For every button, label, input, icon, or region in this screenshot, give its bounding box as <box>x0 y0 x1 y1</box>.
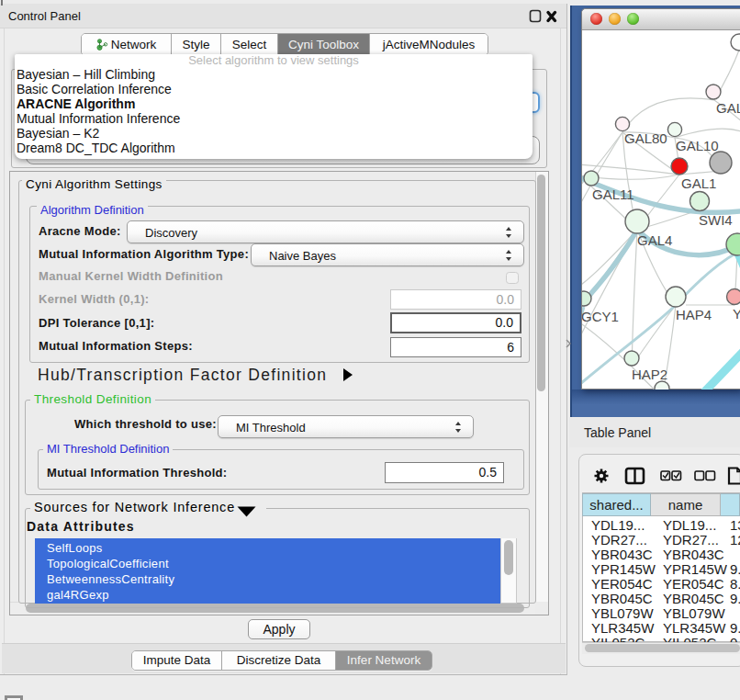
svg-text:GAL: GAL <box>716 100 740 116</box>
svg-text:GAL1: GAL1 <box>681 175 716 191</box>
svg-text:GCY1: GCY1 <box>582 309 619 324</box>
svg-text:Y: Y <box>733 306 740 322</box>
svg-text:GAL11: GAL11 <box>592 186 634 202</box>
svg-text:HAP4: HAP4 <box>676 307 712 322</box>
svg-text:HAP2: HAP2 <box>632 367 667 382</box>
svg-text:GAL10: GAL10 <box>676 138 719 153</box>
svg-text:GAL4: GAL4 <box>637 232 672 248</box>
svg-text:SWI4: SWI4 <box>699 212 733 228</box>
svg-text:GAL80: GAL80 <box>624 130 667 146</box>
